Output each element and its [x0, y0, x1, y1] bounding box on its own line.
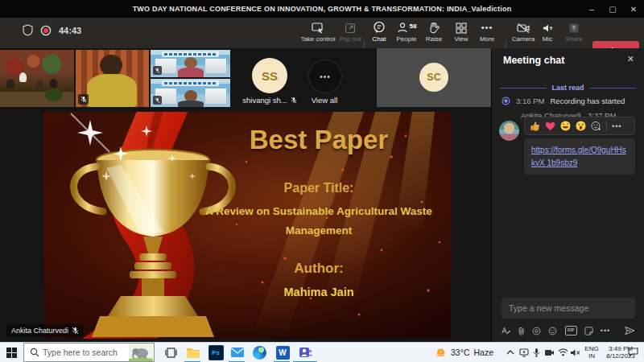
windows-taskbar: Ps W 33°C Haze [0, 342, 644, 362]
tray-volume-muted-icon[interactable] [568, 343, 581, 362]
tray-mic-icon[interactable] [530, 343, 543, 362]
surprised-reaction[interactable] [576, 121, 586, 131]
slide-text-block: Best Paper Paper Title: A Review on Sust… [193, 125, 444, 298]
laughing-reaction[interactable] [560, 121, 571, 131]
system-message-time: 3:16 PM [516, 97, 544, 105]
share-icon [568, 20, 580, 34]
pop-out-icon [345, 20, 356, 34]
meeting-chat-panel: Meeting chat ✕ Last read 3:16 PM Recordi… [491, 48, 644, 342]
language-indicator[interactable]: ENG IN [583, 345, 601, 360]
mic-muted-badge [78, 94, 89, 105]
chat-close-icon[interactable]: ✕ [627, 54, 634, 64]
send-icon[interactable] [625, 325, 635, 336]
add-reaction-icon[interactable] [591, 121, 601, 131]
mail-icon[interactable] [227, 343, 248, 362]
mic-muted-icon [542, 20, 554, 34]
more-dots-icon: ••• [481, 20, 493, 34]
tray-expand-chevron-icon[interactable] [504, 343, 517, 362]
start-button[interactable] [0, 343, 23, 362]
chat-message-input[interactable] [502, 298, 635, 319]
video-tile-conference-room[interactable] [0, 50, 74, 107]
file-explorer-icon[interactable] [183, 343, 204, 362]
heart-reaction[interactable] [545, 121, 555, 131]
meeting-status-cluster: 44:43 [23, 24, 81, 36]
window-title: TWO DAY NATIONAL CONFERENCE ON INNOVATIO… [133, 5, 512, 13]
chat-icon [373, 20, 386, 34]
author-name: Mahima Jain [193, 286, 444, 298]
weather-widget[interactable]: 33°C Haze [435, 343, 493, 362]
edge-browser-icon[interactable] [249, 343, 270, 362]
meeting-timer: 44:43 [59, 26, 81, 35]
meeting-toolbar: 44:43 Take control Pop out Chat 58 [0, 18, 644, 48]
more-actions-button[interactable]: ••• More [469, 20, 506, 43]
last-read-divider: Last read [500, 84, 636, 92]
participant-tile-sc[interactable]: SC [377, 48, 491, 107]
chat-input-container [502, 298, 635, 319]
window-controls: – ▢ ✕ [581, 0, 644, 18]
shield-icon [23, 24, 33, 36]
participant-avatar-sc: SC [419, 63, 448, 92]
recording-indicator-icon [40, 25, 52, 36]
presenter-name-pill: Ankita Chaturvedi [6, 324, 84, 336]
video-tile-participant-4[interactable] [151, 79, 230, 107]
message-link[interactable]: https://forms.gle/Q9guHHskyX 1b9sbz9 [531, 144, 628, 169]
weather-temp: 33°C [451, 348, 469, 357]
tray-wifi-icon[interactable] [556, 343, 569, 362]
task-view-button[interactable] [160, 343, 181, 362]
participant-avatar-ss[interactable]: SS [252, 58, 287, 93]
raise-hand-icon [428, 20, 440, 34]
paper-title-label: Paper Title: [193, 181, 444, 195]
maximize-icon[interactable]: ▢ [602, 0, 623, 18]
view-grid-icon [456, 20, 467, 34]
teams-icon[interactable] [295, 343, 316, 362]
mic-muted-badge [153, 66, 162, 75]
search-input[interactable] [39, 348, 129, 357]
paper-title-line1: A Review on Sustainable Agricultural Was… [193, 205, 444, 217]
attach-icon[interactable] [518, 326, 525, 336]
meeting-stage: SS shivangi sh... ••• View all SC [0, 48, 491, 342]
word-icon[interactable]: W [272, 343, 293, 362]
chat-message-bubble: https://forms.gle/Q9guHHskyX 1b9sbz9 [524, 138, 635, 175]
tray-camera-icon[interactable] [543, 343, 556, 362]
weather-condition: Haze [473, 348, 493, 357]
mic-muted-icon [72, 327, 79, 335]
mic-muted-badge [153, 96, 162, 105]
windows-logo-icon [6, 348, 17, 358]
minimize-icon[interactable]: – [581, 0, 602, 18]
search-highlight-elephant-image[interactable] [129, 343, 153, 361]
chat-title: Meeting chat [503, 55, 564, 66]
thumbs-up-reaction[interactable] [530, 121, 540, 131]
shared-presentation-slide: Best Paper Paper Title: A Review on Sust… [43, 112, 451, 339]
close-icon[interactable]: ✕ [623, 0, 644, 18]
view-all-button[interactable]: ••• [308, 60, 342, 93]
photoshop-icon[interactable]: Ps [205, 343, 226, 362]
share-button: Share [555, 20, 592, 43]
ellipsis-icon: ••• [320, 72, 331, 81]
teams-meeting-window: TWO DAY NATIONAL CONFERENCE ON INNOVATIO… [0, 0, 644, 362]
view-all-label: View all [296, 96, 353, 105]
composer-more-icon[interactable]: ••• [601, 327, 610, 335]
people-icon: 58 [397, 20, 417, 34]
sticker-icon[interactable] [584, 326, 593, 336]
message-author-avatar[interactable] [499, 121, 519, 141]
emoji-icon[interactable] [548, 326, 557, 336]
video-tile-speaker[interactable] [76, 50, 149, 107]
haze-sun-icon [435, 347, 447, 359]
tray-display-icon[interactable] [517, 343, 530, 362]
system-message-recording: 3:16 PM Recording has started [502, 97, 625, 105]
reaction-bar: ••• [524, 117, 635, 135]
camera-off-icon [517, 20, 530, 34]
chat-header: Meeting chat [492, 48, 644, 72]
loop-component-icon[interactable] [532, 326, 541, 336]
system-message-text: Recording has started [550, 97, 625, 105]
gif-icon[interactable]: GIF [565, 326, 577, 335]
action-center-icon[interactable] [623, 343, 642, 362]
paper-title-line2: Management [193, 224, 444, 237]
more-reactions-icon[interactable]: ••• [612, 122, 621, 130]
video-tile-participant-3[interactable] [151, 50, 230, 77]
composer-toolbar: GIF ••• [502, 325, 635, 336]
taskbar-search [23, 343, 155, 362]
format-icon[interactable] [502, 326, 510, 335]
search-icon [30, 348, 39, 357]
recording-icon [502, 97, 510, 105]
